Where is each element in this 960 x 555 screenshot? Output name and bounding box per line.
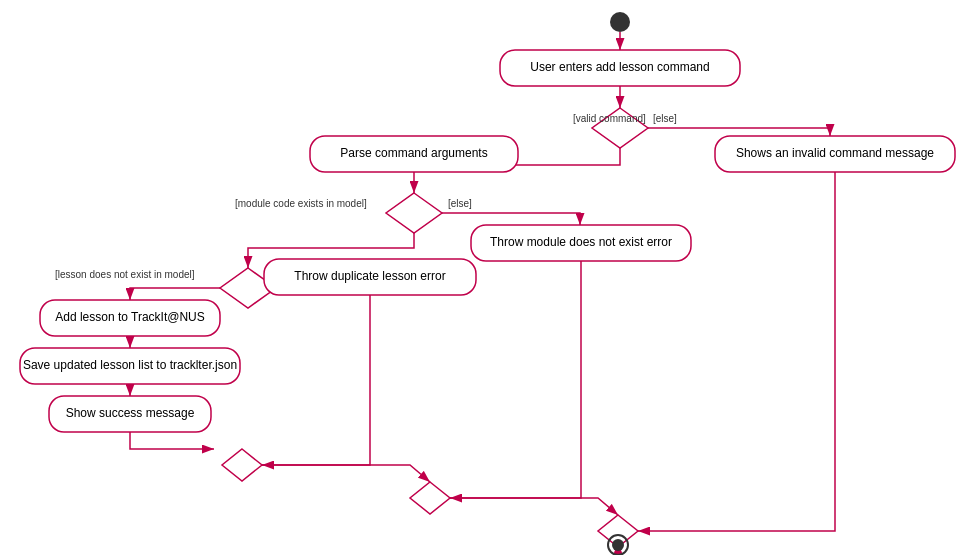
throw-duplicate-error-label: Throw duplicate lesson error	[294, 269, 445, 283]
merge1-diamond	[222, 449, 262, 481]
throw-module-error-label: Throw module does not exist error	[490, 235, 672, 249]
start-node	[610, 12, 630, 32]
arrow-diamond2-to-module-error	[442, 213, 580, 225]
end-inner	[612, 539, 624, 551]
lesson-not-exist-label: [lesson does not exist in model]	[55, 269, 195, 280]
arrow-diamond1-to-invalid	[648, 128, 830, 136]
arrow-module-error-to-merge2	[450, 261, 581, 498]
arrow-success-to-merge1	[130, 432, 214, 449]
save-lesson-label: Save updated lesson list to tracklter.js…	[23, 358, 237, 372]
merge2-diamond	[410, 482, 450, 514]
arrow-merge1-to-merge2	[262, 465, 430, 482]
arrow-diamond3-to-add	[130, 288, 220, 300]
user-enters-label: User enters add lesson command	[530, 60, 709, 74]
arrow-duplicate-to-merge1	[262, 295, 370, 465]
else1-label: [else]	[653, 113, 677, 124]
activity-diagram: User enters add lesson command [valid co…	[0, 0, 960, 555]
module-exists-diamond	[386, 193, 442, 233]
else2-label: [else]	[448, 198, 472, 209]
add-lesson-label: Add lesson to TrackIt@NUS	[55, 310, 205, 324]
valid-command-label: [valid command]	[573, 113, 646, 124]
module-code-label: [module code exists in model]	[235, 198, 367, 209]
parse-command-label: Parse command arguments	[340, 146, 487, 160]
arrow-merge2-to-merge3	[450, 498, 618, 515]
invalid-message-label: Shows an invalid command message	[736, 146, 934, 160]
show-success-label: Show success message	[66, 406, 195, 420]
